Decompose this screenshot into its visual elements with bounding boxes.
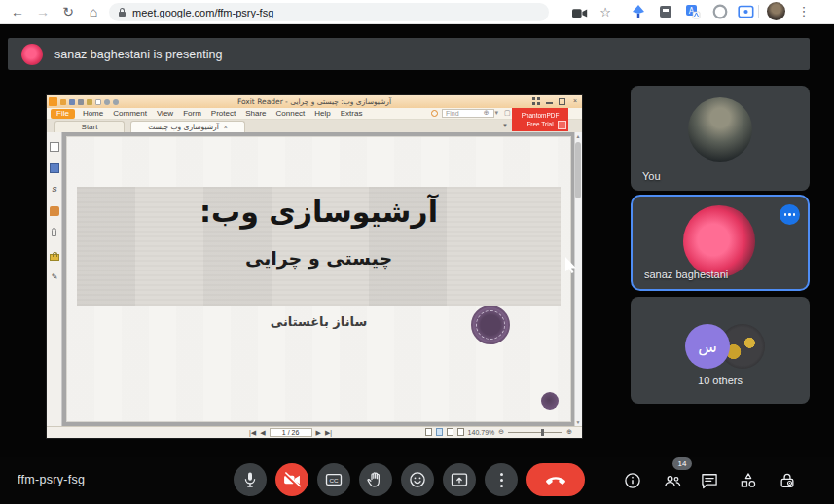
comments-panel-icon[interactable] bbox=[50, 206, 59, 216]
menu-comment[interactable]: Comment bbox=[113, 109, 147, 118]
more-options-button[interactable] bbox=[485, 463, 518, 496]
view-continuous-icon[interactable] bbox=[436, 428, 443, 436]
slide-small-stamp bbox=[541, 392, 559, 410]
slide-title-line1: آرشیوسازی وب: bbox=[77, 195, 561, 229]
menu-form[interactable]: Form bbox=[183, 109, 201, 118]
host-lock-icon bbox=[778, 471, 797, 490]
foxit-titlebar: آرشیوسازی وب: چیستی و چرایی - Foxit Read… bbox=[47, 95, 582, 108]
bookmark-star-icon[interactable]: ☆ bbox=[596, 2, 615, 23]
bookmark-panel-icon[interactable] bbox=[50, 142, 59, 152]
raise-hand-button[interactable] bbox=[359, 463, 392, 496]
restore-icon[interactable] bbox=[559, 98, 565, 105]
participant-tile-sanaz[interactable]: sanaz baghestani bbox=[631, 195, 810, 291]
you-label: You bbox=[642, 170, 661, 182]
mic-icon bbox=[240, 470, 260, 489]
menu-help[interactable]: Help bbox=[314, 109, 330, 118]
menu-file[interactable]: File bbox=[51, 109, 75, 119]
host-controls-button[interactable] bbox=[778, 471, 797, 490]
menu-extras[interactable]: Extras bbox=[341, 109, 363, 118]
pages-panel-icon[interactable] bbox=[50, 163, 59, 173]
browser-toolbar: ← → ↻ ⌂ meet.google.com/ffm-psry-fsg ☆ A… bbox=[0, 0, 834, 24]
forward-icon[interactable]: → bbox=[33, 1, 53, 22]
tab-start[interactable]: Start bbox=[54, 121, 125, 132]
foxit-upgrade-promo-button[interactable]: PhantomPDF Free Trial bbox=[512, 108, 568, 131]
home-icon[interactable]: ⌂ bbox=[84, 1, 103, 22]
view-facing-icon[interactable] bbox=[447, 428, 453, 436]
extension-translate-icon[interactable]: A bbox=[685, 4, 701, 19]
url-text[interactable]: meet.google.com/ffm-psry-fsg bbox=[132, 7, 273, 18]
promo-line1: PhantomPDF bbox=[514, 111, 565, 119]
extension-pip-icon[interactable] bbox=[738, 4, 753, 19]
extension-gray-icon[interactable] bbox=[658, 4, 673, 19]
first-page-icon[interactable]: |◀ bbox=[249, 429, 256, 437]
stamps-panel-icon[interactable]: ✎ bbox=[50, 272, 59, 282]
menu-connect[interactable]: Connect bbox=[276, 109, 306, 118]
tab-document[interactable]: آرشیوسازی وب چیست × bbox=[130, 121, 245, 132]
others-avatar-letter: س bbox=[685, 324, 730, 369]
slide-logo-stamp bbox=[471, 306, 510, 344]
vertical-scrollbar[interactable]: ▲ ▼ bbox=[574, 132, 582, 426]
refresh-icon[interactable]: ↻ bbox=[58, 1, 78, 22]
last-page-icon[interactable]: ▶| bbox=[325, 429, 332, 437]
reactions-button[interactable] bbox=[401, 463, 434, 496]
security-panel-icon[interactable] bbox=[50, 254, 59, 261]
view-single-icon[interactable] bbox=[425, 428, 432, 436]
chat-icon bbox=[700, 471, 719, 490]
zoom-in-icon[interactable]: ⊕ bbox=[566, 428, 572, 436]
find-magnifier-icon bbox=[431, 110, 438, 117]
tab-close-icon[interactable]: × bbox=[224, 122, 228, 133]
menu-home[interactable]: Home bbox=[83, 109, 103, 118]
activities-button[interactable] bbox=[739, 471, 758, 490]
emoji-icon bbox=[408, 470, 427, 489]
tile-options-button[interactable] bbox=[780, 204, 800, 225]
zoom-slider-thumb[interactable] bbox=[541, 429, 544, 436]
minimize-icon[interactable] bbox=[546, 98, 553, 104]
layout-grid-icon[interactable] bbox=[532, 97, 540, 105]
presenting-banner-text: sanaz baghestani is presenting bbox=[54, 48, 222, 61]
foxit-left-panel: S ✎ bbox=[47, 132, 62, 426]
scrollbar-thumb[interactable] bbox=[575, 142, 581, 198]
browser-menu-icon[interactable]: ⋮ bbox=[794, 1, 814, 22]
attachments-panel-icon[interactable] bbox=[52, 228, 56, 236]
sanaz-avatar bbox=[683, 205, 755, 277]
participant-tile-you[interactable]: You bbox=[631, 86, 810, 191]
extension-download-icon[interactable] bbox=[631, 4, 646, 19]
address-bar[interactable]: meet.google.com/ffm-psry-fsg bbox=[109, 3, 549, 21]
extension-adblock-icon[interactable] bbox=[712, 4, 728, 19]
tab-camera-indicator-icon bbox=[572, 6, 588, 21]
zoom-percent: 140.79% bbox=[468, 429, 495, 436]
view-facing-continuous-icon[interactable] bbox=[457, 428, 464, 436]
shared-screen-foxit-reader: آرشیوسازی وب: چیستی و چرایی - Foxit Read… bbox=[47, 95, 582, 438]
present-button[interactable] bbox=[443, 463, 476, 496]
presenting-banner: sanaz baghestani is presenting bbox=[8, 38, 810, 70]
slide-title-banner: آرشیوسازی وب: چیستی و چرایی bbox=[77, 187, 561, 306]
chat-button[interactable] bbox=[700, 471, 719, 490]
captions-button[interactable]: CC bbox=[317, 463, 350, 496]
menu-protect[interactable]: Protect bbox=[211, 109, 236, 118]
pdf-page: آرشیوسازی وب: چیستی و چرایی ساناز باغستا… bbox=[66, 136, 571, 422]
camera-off-icon bbox=[282, 470, 302, 489]
zoom-slider[interactable] bbox=[508, 432, 562, 433]
participant-tile-others[interactable]: س 10 others bbox=[631, 297, 810, 404]
prev-page-icon[interactable]: ◀ bbox=[260, 429, 265, 437]
call-controls: CC bbox=[234, 463, 585, 496]
mic-button[interactable] bbox=[234, 463, 267, 496]
page-number-box[interactable]: 1 / 26 bbox=[270, 428, 312, 437]
camera-off-button[interactable] bbox=[275, 463, 308, 496]
menu-share[interactable]: Share bbox=[245, 109, 266, 118]
meeting-details-button[interactable] bbox=[623, 471, 642, 490]
menu-view[interactable]: View bbox=[157, 109, 173, 118]
show-people-button[interactable] bbox=[662, 471, 681, 490]
back-icon[interactable]: ← bbox=[8, 1, 27, 22]
google-meet-screen: ← → ↻ ⌂ meet.google.com/ffm-psry-fsg ☆ A… bbox=[0, 0, 834, 504]
next-page-icon[interactable]: ▶ bbox=[316, 429, 321, 437]
scroll-up-icon[interactable]: ▲ bbox=[575, 133, 581, 139]
scroll-down-icon[interactable]: ▼ bbox=[575, 419, 581, 425]
browser-profile-avatar[interactable] bbox=[767, 2, 785, 20]
zoom-out-icon[interactable]: ⊖ bbox=[498, 428, 504, 436]
participant-count-badge: 14 bbox=[672, 457, 692, 470]
toolbar-dropdown-icon[interactable]: ▼ bbox=[502, 123, 508, 128]
close-icon[interactable]: × bbox=[571, 97, 579, 105]
signature-panel-icon[interactable]: S bbox=[50, 185, 59, 195]
end-call-button[interactable] bbox=[526, 463, 585, 496]
